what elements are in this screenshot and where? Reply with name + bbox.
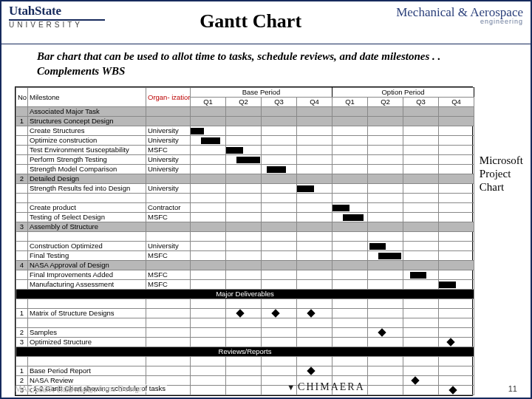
task-row <box>16 193 474 202</box>
cell-quarter <box>439 106 474 116</box>
deliverable-row <box>16 318 474 327</box>
cell-quarter <box>332 174 368 183</box>
col-bq3: Q3 <box>262 97 297 106</box>
cell-no: 2 <box>16 174 28 183</box>
cell-no <box>16 279 28 289</box>
col-org: Organ- ization <box>146 87 191 106</box>
gantt-bar <box>226 147 243 154</box>
cell-quarter <box>297 241 332 250</box>
cell-quarter <box>368 126 403 135</box>
cell-label: Assembly of Structure <box>28 222 146 231</box>
cell-no <box>16 356 28 366</box>
gantt-bar <box>369 243 385 250</box>
cell-quarter <box>191 183 226 193</box>
cell-no: 3 <box>16 222 28 231</box>
cell-org: MSFC <box>146 270 191 279</box>
cell-quarter <box>332 260 368 270</box>
cell-no <box>16 193 28 202</box>
cell-quarter <box>403 299 439 308</box>
cell-quarter <box>368 116 403 126</box>
cell-label: Construction Optimized <box>28 241 146 250</box>
cell-org <box>146 366 191 375</box>
cell-quarter <box>368 270 403 279</box>
cell-label <box>28 193 146 202</box>
cell-quarter <box>332 299 368 308</box>
col-base-period: Base Period <box>191 87 332 97</box>
cell-quarter <box>226 116 262 126</box>
gantt-chart-image: No Milestone Organ- ization Base Period … <box>15 86 473 396</box>
cell-quarter <box>403 222 439 231</box>
cell-quarter <box>191 193 226 202</box>
cell-org: MSFC <box>146 145 191 154</box>
cell-no: 1 <box>16 116 28 126</box>
cell-quarter <box>439 318 474 327</box>
cell-quarter <box>332 202 368 212</box>
cell-quarter <box>226 299 262 308</box>
cell-quarter <box>262 299 297 308</box>
cell-quarter <box>191 222 226 231</box>
cell-quarter <box>297 164 332 174</box>
cell-quarter <box>226 222 262 231</box>
cell-org <box>146 356 191 366</box>
cell-org <box>146 327 191 337</box>
cell-quarter <box>226 183 262 193</box>
cell-label: NASA Approval of Design <box>28 260 146 270</box>
cell-label: Final Testing <box>28 250 146 260</box>
cell-quarter <box>439 270 474 279</box>
cell-quarter <box>191 145 226 154</box>
cell-quarter <box>368 356 403 366</box>
cell-quarter <box>262 279 297 289</box>
gantt-bar <box>410 272 426 279</box>
cell-quarter <box>439 366 474 375</box>
task-row: Strength Model ComparisonUniversity <box>16 164 474 174</box>
page-title: Gantt Chart <box>200 4 301 33</box>
slide-subtitle: Bar chart that can be used to allot time… <box>1 44 531 85</box>
cell-quarter <box>403 308 439 318</box>
cell-quarter <box>262 212 297 222</box>
cell-quarter <box>226 241 262 250</box>
cell-label <box>28 299 146 308</box>
cell-quarter <box>403 356 439 366</box>
cell-quarter <box>439 222 474 231</box>
cell-label: Base Period Report <box>28 366 146 375</box>
usu-logo: UtahState UNIVERSITY <box>9 4 105 29</box>
cell-quarter <box>297 183 332 193</box>
cell-quarter <box>332 327 368 337</box>
task-row <box>16 231 474 241</box>
cell-quarter <box>297 337 332 347</box>
cell-quarter <box>226 202 262 212</box>
cell-quarter <box>262 270 297 279</box>
cell-label: Strength Results fed into Design <box>28 183 146 193</box>
cell-quarter <box>403 164 439 174</box>
cell-quarter <box>368 174 403 183</box>
cell-quarter <box>332 250 368 260</box>
cell-quarter <box>368 106 403 116</box>
cell-quarter <box>439 212 474 222</box>
cell-quarter <box>403 106 439 116</box>
cell-label: Detailed Design <box>28 174 146 183</box>
review-row <box>16 356 474 366</box>
cell-quarter <box>262 260 297 270</box>
cell-quarter <box>439 174 474 183</box>
deliverable-row: 1Matrix of Structure Designs <box>16 308 474 318</box>
col-oq4: Q4 <box>439 97 474 106</box>
milestone-diamond-icon <box>236 309 244 317</box>
cell-quarter <box>332 231 368 241</box>
cell-quarter <box>297 106 332 116</box>
col-oq2: Q2 <box>368 97 403 106</box>
cell-quarter <box>226 318 262 327</box>
cell-org: University <box>146 183 191 193</box>
cell-quarter <box>191 212 226 222</box>
cell-quarter <box>297 299 332 308</box>
cell-quarter <box>439 337 474 347</box>
cell-quarter <box>297 222 332 231</box>
cell-quarter <box>439 183 474 193</box>
cell-quarter <box>262 145 297 154</box>
gantt-bar <box>439 282 456 288</box>
cell-quarter <box>368 250 403 260</box>
cell-quarter <box>297 366 332 375</box>
cell-no <box>16 250 28 260</box>
cell-quarter <box>403 183 439 193</box>
cell-quarter <box>332 222 368 231</box>
cell-quarter <box>191 154 226 164</box>
